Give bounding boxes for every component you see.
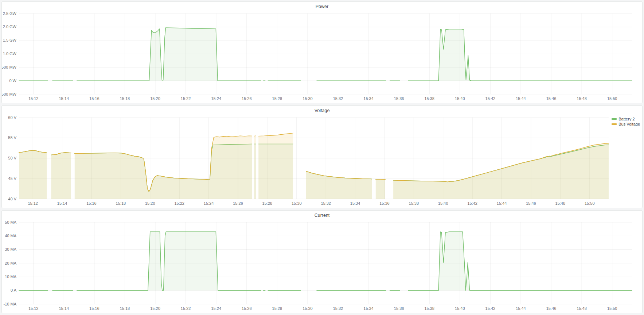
series-fill [77,28,261,81]
panel-voltage-title[interactable]: Voltage [2,106,642,115]
y-tick-label: -500 MW [2,92,17,96]
series-line [376,179,385,180]
y-tick-label: 0 A [11,288,17,292]
panel-current: Current -10 MA0 A10 MA20 MA30 MA40 MA50 … [1,210,643,313]
y-tick-label: 50 V [8,156,16,160]
series-fill [393,143,609,199]
x-tick-label: 15:42 [467,201,477,205]
legend: Battery 2Bus Voltage [612,117,640,126]
y-tick-label: 60 V [8,115,16,120]
x-tick-label: 15:16 [89,96,99,101]
x-tick-label: 15:48 [577,306,587,311]
y-tick-label: 50 MA [5,220,16,224]
y-tick-label: 2.5 GW [3,11,17,16]
x-tick-label: 15:32 [333,96,343,101]
x-tick-label: 15:14 [57,201,67,205]
x-tick-label: 15:28 [272,306,282,311]
x-tick-label: 15:30 [292,201,302,205]
x-tick-label: 15:12 [28,306,39,311]
x-tick-label: 15:40 [455,96,465,101]
chart-svg[interactable]: -10 MA0 A10 MA20 MA30 MA40 MA50 MA15:121… [2,220,642,313]
x-tick-label: 15:32 [333,306,343,311]
x-tick-label: 15:48 [577,96,587,101]
y-tick-label: 2.0 GW [3,24,17,29]
x-tick-label: 15:24 [211,96,221,101]
y-tick-label: -10 MA [4,302,17,306]
x-tick-label: 15:46 [546,96,557,101]
series-fill [254,136,256,199]
x-tick-label: 15:28 [262,201,273,205]
x-tick-label: 15:36 [394,306,404,311]
x-tick-label: 15:32 [321,201,331,205]
y-tick-label: 40 V [8,197,16,201]
x-tick-label: 15:30 [303,306,313,311]
series-fill [77,232,261,291]
y-tick-label: 40 MA [5,234,16,238]
y-tick-label: 0 W [9,78,16,83]
y-tick-label: 1.5 GW [3,38,17,42]
x-tick-label: 15:40 [438,201,448,205]
series-line [254,136,256,136]
voltage-chart-canvas[interactable]: 40 V45 V50 V55 V60 V15:1215:1415:1615:18… [2,115,642,208]
series-fill [306,171,372,199]
x-tick-label: 15:50 [607,96,617,101]
x-tick-label: 15:46 [546,306,557,311]
series-fill [258,133,293,199]
series-fill [75,136,252,199]
x-tick-label: 15:36 [394,96,404,101]
x-tick-label: 15:18 [116,201,126,205]
panel-power: Power -500 MW0 W500 MW1.0 GW1.5 GW2.0 GW… [1,1,643,103]
x-tick-label: 15:12 [28,201,38,205]
x-tick-label: 15:26 [242,306,252,311]
x-tick-label: 15:16 [86,201,97,205]
grafana-dashboard: Power -500 MW0 W500 MW1.0 GW1.5 GW2.0 GW… [0,0,644,315]
x-tick-label: 15:22 [181,306,191,311]
chart-svg[interactable]: -500 MW0 W500 MW1.0 GW1.5 GW2.0 GW2.5 GW… [2,11,642,103]
x-tick-label: 15:44 [516,306,526,311]
x-tick-label: 15:26 [242,96,252,101]
series-fill [408,232,632,291]
x-tick-label: 15:26 [233,201,243,205]
x-tick-label: 15:20 [150,306,160,311]
x-tick-label: 15:38 [424,306,434,311]
x-tick-label: 15:44 [516,96,526,101]
x-tick-label: 15:24 [211,306,221,311]
series-fill [408,29,632,81]
x-tick-label: 15:42 [485,306,496,311]
legend-label: Bus Voltage [618,122,640,126]
current-chart-canvas[interactable]: -10 MA0 A10 MA20 MA30 MA40 MA50 MA15:121… [2,220,642,313]
legend-label: Battery 2 [618,117,635,121]
x-tick-label: 15:38 [409,201,419,205]
x-tick-label: 15:20 [145,201,155,205]
x-tick-label: 15:46 [526,201,536,205]
x-tick-label: 15:38 [424,96,434,101]
x-tick-label: 15:30 [303,96,313,101]
series-fill [19,150,47,199]
x-tick-label: 15:12 [28,96,39,101]
panel-power-title[interactable]: Power [2,2,642,11]
x-tick-label: 15:34 [350,201,360,205]
x-tick-label: 15:34 [363,96,374,101]
x-tick-label: 15:24 [204,201,214,205]
x-tick-label: 15:44 [497,201,507,205]
chart-svg[interactable]: 40 V45 V50 V55 V60 V15:1215:1415:1615:18… [2,115,642,208]
power-chart-canvas[interactable]: -500 MW0 W500 MW1.0 GW1.5 GW2.0 GW2.5 GW… [2,11,642,103]
legend-swatch-icon [612,123,617,125]
y-tick-label: 20 MA [5,261,16,265]
x-tick-label: 15:16 [89,306,99,311]
panel-voltage: Voltage 40 V45 V50 V55 V60 V15:1215:1415… [1,105,643,208]
x-tick-label: 15:36 [379,201,390,205]
x-tick-label: 15:50 [607,306,617,311]
x-tick-label: 15:40 [455,306,465,311]
legend-item-battery-2[interactable]: Battery 2 [612,117,640,121]
y-tick-label: 55 V [8,135,16,140]
x-tick-label: 15:22 [174,201,184,205]
y-tick-label: 500 MW [2,65,17,69]
x-tick-label: 15:14 [59,306,69,311]
x-tick-label: 15:34 [363,306,374,311]
x-tick-label: 15:22 [181,96,191,101]
panel-current-title[interactable]: Current [2,211,642,220]
legend-item-bus-voltage[interactable]: Bus Voltage [612,122,640,126]
y-tick-label: 30 MA [5,247,16,251]
y-tick-label: 1.0 GW [3,51,17,56]
